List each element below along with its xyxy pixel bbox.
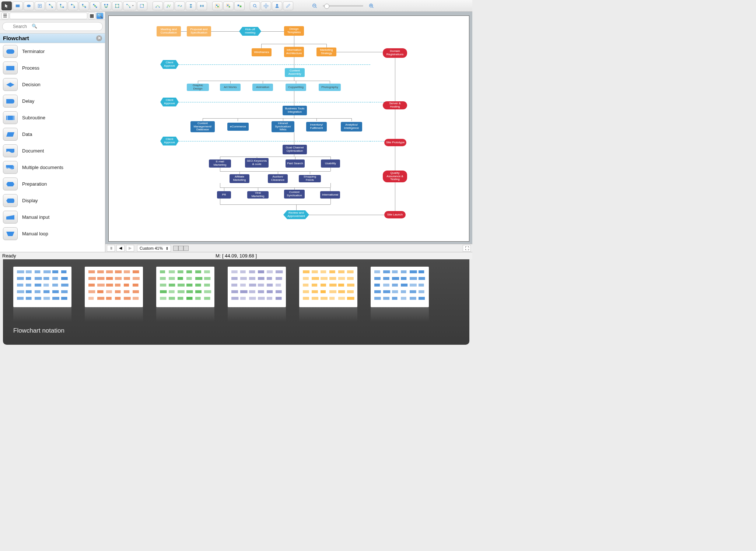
pause-button[interactable]: ॥: [107, 245, 115, 252]
zoom-out-button[interactable]: [309, 1, 320, 10]
drawing-canvas[interactable]: Meeting and ConsultationProposal and Spe…: [108, 15, 469, 242]
flowchart-node[interactable]: Review and Approvement: [283, 210, 309, 219]
gallery-thumb[interactable]: [85, 267, 143, 307]
flowchart-node[interactable]: Marketing Strategy: [316, 48, 336, 56]
shape-item-preparation[interactable]: Preparation: [0, 176, 105, 192]
fit-button[interactable]: ⛶: [463, 245, 471, 252]
flowchart-node[interactable]: Information Architecture: [284, 47, 304, 57]
page-tab[interactable]: [183, 246, 189, 251]
text-tool-button[interactable]: [35, 1, 45, 10]
shape-item-decision[interactable]: Decision: [0, 76, 105, 93]
flowchart-node[interactable]: Meeting and Consultation: [157, 26, 181, 36]
flowchart-node[interactable]: PR: [217, 191, 231, 199]
flowchart-node[interactable]: Copywriting: [286, 84, 306, 91]
flowchart-node[interactable]: Business Tools Integration: [283, 106, 307, 115]
shape-item-multidoc[interactable]: Multiple documents: [0, 159, 105, 176]
zoom-display[interactable]: Custom 41% ▲▼: [137, 245, 171, 252]
pointer-tool-button[interactable]: [1, 1, 12, 10]
align-vertical-button[interactable]: [186, 1, 196, 10]
flowchart-node[interactable]: Design Templates: [284, 26, 304, 36]
zoom-slider[interactable]: [323, 5, 363, 7]
gallery-thumb[interactable]: [13, 267, 71, 307]
flowchart-node[interactable]: Content Assembly: [285, 68, 305, 77]
shape-item-document[interactable]: Document: [0, 143, 105, 159]
flowchart-node[interactable]: Photography: [319, 84, 341, 91]
flowchart-node[interactable]: Content Syndication: [284, 190, 305, 199]
flowchart-node[interactable]: Paid Search: [286, 159, 305, 168]
shape-item-display[interactable]: Display: [0, 192, 105, 209]
flowchart-node[interactable]: Graphic Design: [187, 84, 209, 91]
page-tab[interactable]: [178, 246, 183, 251]
connector-7-button[interactable]: [112, 1, 122, 10]
shape-item-process[interactable]: Process: [0, 60, 105, 76]
flowchart-node[interactable]: Usability: [321, 159, 340, 168]
shape-item-data[interactable]: Data: [0, 126, 105, 143]
gallery-thumb[interactable]: [156, 267, 214, 307]
flowchart-node[interactable]: Quality Assurance & Testing: [383, 171, 407, 182]
shape-item-delay[interactable]: Delay: [0, 93, 105, 109]
flowchart-node[interactable]: Intranet Syndication/ Wikis: [272, 121, 294, 132]
flowchart-node[interactable]: E-mail Marketing: [209, 159, 231, 168]
flowchart-node[interactable]: Auction/ Clearance: [268, 174, 288, 183]
group-3-button[interactable]: [234, 1, 245, 10]
flowchart-node[interactable]: eCommerce: [227, 123, 249, 131]
flowchart-node[interactable]: Shopping Feeds: [299, 175, 321, 182]
flowchart-node[interactable]: Site Prototype: [384, 139, 406, 146]
connector-4-button[interactable]: [79, 1, 89, 10]
zoom-spinner[interactable]: ▲▼: [166, 246, 168, 250]
flowchart-node[interactable]: Server & Hosting: [383, 101, 407, 109]
grid-view-icon[interactable]: ▦: [88, 13, 95, 19]
align-horizontal-button[interactable]: [197, 1, 207, 10]
rectangle-tool-button[interactable]: [13, 1, 23, 10]
flowchart-node[interactable]: Wireframes: [252, 48, 272, 56]
flowchart-node[interactable]: International: [320, 191, 340, 199]
connector-2-button[interactable]: [57, 1, 67, 10]
pan-button[interactable]: [261, 1, 271, 10]
flowchart-node[interactable]: Kick-off meeting: [239, 27, 261, 36]
curve-tool-1-button[interactable]: [153, 1, 163, 10]
flowchart-node[interactable]: Affiliate Marketing: [230, 174, 249, 183]
flowchart-node[interactable]: Analytics/ Intelligence: [341, 122, 362, 131]
section-header[interactable]: Flowchart ✕: [0, 33, 105, 43]
flowchart-node[interactable]: Inventory/ Fulfilment: [306, 122, 327, 131]
shape-item-subroutine[interactable]: Subroutine: [0, 109, 105, 126]
flowchart-node[interactable]: Domain Registrations: [383, 48, 407, 58]
connector-5-button[interactable]: [90, 1, 100, 10]
curve-tool-2-button[interactable]: [164, 1, 174, 10]
insert-button[interactable]: [137, 1, 147, 10]
user-button[interactable]: [272, 1, 282, 10]
next-page-button[interactable]: ▶: [126, 245, 134, 252]
flowchart-node[interactable]: Proposal and Specification: [187, 26, 211, 36]
connector-menu-button[interactable]: [123, 1, 136, 10]
flowchart-node[interactable]: Client Approve: [160, 137, 179, 145]
panel-search-icon[interactable]: 🔍: [96, 13, 104, 19]
flowchart-node[interactable]: Site Launch: [384, 211, 406, 218]
connector-6-button[interactable]: [101, 1, 111, 10]
gallery-thumb[interactable]: [299, 267, 357, 307]
prev-page-button[interactable]: ◀: [116, 245, 125, 252]
flowchart-node[interactable]: Goal Channel Optimization: [283, 145, 307, 154]
connector-1-button[interactable]: [46, 1, 56, 10]
close-section-icon[interactable]: ✕: [96, 35, 102, 41]
shape-item-manualloop[interactable]: Manual loop: [0, 225, 105, 242]
flowchart-node[interactable]: Content Management/ Database: [190, 121, 215, 132]
eyedropper-button[interactable]: [283, 1, 293, 10]
group-1-button[interactable]: [212, 1, 223, 10]
flowchart-node[interactable]: Client Approve: [160, 60, 179, 69]
curve-tool-3-button[interactable]: [175, 1, 185, 10]
zoom-button[interactable]: [250, 1, 260, 10]
gallery-thumb[interactable]: [228, 267, 286, 307]
zoom-in-button[interactable]: [366, 1, 377, 10]
panel-filter-input[interactable]: [10, 13, 87, 19]
ellipse-tool-button[interactable]: [24, 1, 34, 10]
flowchart-node[interactable]: SEO-Keywords & code: [245, 158, 269, 168]
flowchart-node[interactable]: Art Works: [220, 84, 241, 91]
gallery-thumb[interactable]: [371, 267, 429, 307]
group-2-button[interactable]: [223, 1, 234, 10]
page-tab[interactable]: [173, 246, 178, 251]
flowchart-node[interactable]: Animation: [252, 84, 273, 91]
tree-icon[interactable]: ☰: [1, 13, 9, 19]
shape-item-manualinput[interactable]: Manual input: [0, 209, 105, 225]
flowchart-node[interactable]: Client Approve: [160, 98, 179, 106]
flowchart-node[interactable]: Viral Marketing: [247, 191, 269, 199]
